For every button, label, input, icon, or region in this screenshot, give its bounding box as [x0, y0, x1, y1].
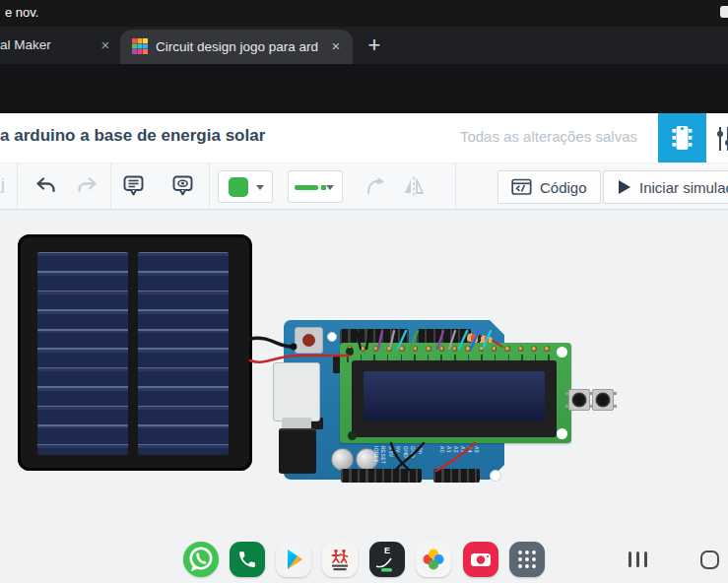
code-button[interactable]: Código: [497, 170, 601, 204]
tab-title: al Maker: [0, 27, 91, 64]
tab-title: Circuit design jogo para ard: [156, 30, 321, 64]
recents-button-bar: [636, 551, 639, 567]
close-icon[interactable]: ×: [327, 37, 345, 55]
component-color-dropdown[interactable]: [218, 170, 273, 203]
notes-button[interactable]: [122, 174, 146, 198]
chevron-down-icon: [326, 185, 334, 190]
address-bar-row: tinkercad.com/things/dTzk3fvgOlj-jogo-pa…: [0, 64, 728, 113]
redo-button[interactable]: [75, 174, 99, 198]
clipped-tool-icon: j: [1, 175, 5, 195]
play-icon: [617, 179, 631, 195]
photos-app-icon[interactable]: [416, 542, 451, 577]
recents-button[interactable]: [629, 551, 631, 567]
whatsapp-icon[interactable]: [183, 542, 219, 577]
app-drawer-icon[interactable]: [509, 542, 545, 577]
code-icon: [511, 178, 532, 196]
editor-toolbar: j: [0, 162, 728, 210]
recents-button-bar: [644, 551, 647, 567]
circuit-canvas[interactable]: IOREF RESET 3.3V 5V GND GND Vin A0 A1 A2…: [0, 210, 728, 583]
code-button-label: Código: [540, 179, 587, 196]
mirror-flip-button[interactable]: [402, 174, 426, 198]
color-swatch: [229, 177, 248, 197]
home-button[interactable]: [700, 551, 719, 569]
wires-layer[interactable]: [0, 210, 728, 583]
undo-button[interactable]: [34, 174, 58, 198]
new-tab-button[interactable]: +: [363, 33, 386, 57]
play-store-icon[interactable]: [276, 542, 311, 577]
settings-sliders-icon[interactable]: [717, 125, 728, 153]
tab-background[interactable]: al Maker ×: [0, 27, 116, 64]
tab-strip: al Maker × Circuit design jogo para ard …: [0, 27, 728, 64]
close-icon[interactable]: ×: [97, 36, 114, 54]
finance-app-icon[interactable]: E: [369, 542, 405, 577]
screen: e nov. al Maker × Circuit design jogo pa…: [0, 0, 728, 583]
components-panel-button[interactable]: [658, 113, 706, 162]
wire-color-dropdown[interactable]: [288, 170, 343, 203]
divider: [455, 163, 456, 209]
camera-app-icon[interactable]: [463, 542, 498, 577]
chevron-down-icon: [256, 185, 264, 190]
rotate-button[interactable]: [364, 174, 388, 198]
tab-active[interactable]: Circuit design jogo para ard ×: [120, 30, 353, 64]
tinkercad-favicon: [132, 38, 148, 54]
sports-app-icon[interactable]: [322, 542, 358, 577]
simulate-button-label: Iniciar simulaç: [639, 179, 728, 196]
status-bar: e nov.: [0, 0, 728, 27]
divider: [209, 163, 210, 209]
phone-app-icon[interactable]: [230, 542, 265, 577]
view-notes-button[interactable]: [171, 174, 195, 198]
chip-icon: [671, 123, 694, 153]
doc-header: a arduino a base de energia solar Todas …: [0, 113, 728, 162]
divider: [110, 163, 111, 209]
status-notification-icon: [720, 6, 728, 18]
wire-swatch: [295, 185, 318, 190]
start-simulation-button[interactable]: Iniciar simulaç: [603, 170, 728, 204]
divider: [17, 163, 18, 209]
save-status: Todas as alterações salvas: [460, 128, 637, 145]
status-bar-text: e nov.: [5, 5, 38, 20]
page-title: a arduino a base de energia solar: [0, 126, 265, 146]
finance-app-letter: E: [369, 546, 405, 555]
